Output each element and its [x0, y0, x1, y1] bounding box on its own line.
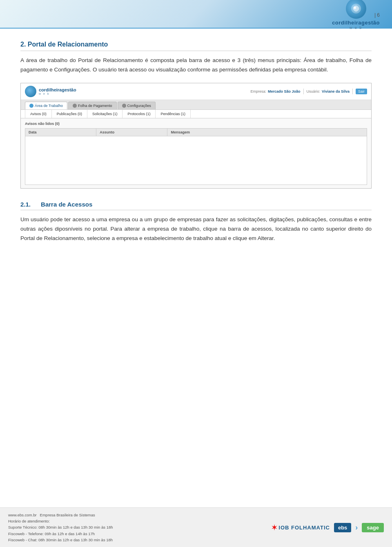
configuracoes-icon — [122, 104, 126, 108]
table-header-data: Data — [25, 129, 96, 136]
logo-circle-icon — [346, 0, 366, 19]
portal-logo-icon — [25, 86, 36, 97]
ebs-logo: ebs — [334, 523, 351, 532]
section21-paragraph: Um usuário pode ter acesso a uma empresa… — [20, 215, 372, 243]
sub-tab-publicacoes[interactable]: Publicações (0) — [52, 110, 87, 118]
nav-tab-area-trabalho[interactable]: Área de Trabalho — [25, 102, 67, 109]
svg-point-1 — [354, 7, 356, 9]
portal-brand: cordilheiragestão — [39, 87, 76, 92]
sair-button[interactable]: Sair — [356, 89, 367, 94]
main-content: 2. Portal de Relacionamento A área de tr… — [0, 29, 392, 291]
portal-logo: cordilheiragestão w e b — [25, 86, 76, 97]
sub-tab-pendencias[interactable]: Pendências (1) — [156, 110, 191, 118]
sage-logo: sage — [362, 523, 384, 532]
area-trabalho-icon — [29, 104, 33, 108]
sub-tab-solicitacoes[interactable]: Solicitações (1) — [87, 110, 123, 118]
header-divider — [303, 89, 304, 94]
nav-tab-label-1: Folha de Pagamento — [78, 104, 112, 108]
logo-sub-text: w e b — [350, 26, 363, 30]
chevron-right-icon: › — [355, 523, 358, 532]
portal-table-header: Data Assunto Mensagem — [25, 128, 367, 136]
avisos-section-title: Avisos não lidos (0) — [25, 122, 367, 126]
usuario-value: Viviane da Silva — [322, 89, 350, 93]
footer-website-url: www.ebs.com.br — [8, 513, 37, 517]
portal-logo-text: cordilheiragestão w e b — [39, 87, 76, 95]
portal-nav: Área de Trabalho Folha de Pagamento Conf… — [21, 100, 371, 110]
footer-logos: ✶ IOB FOLHAMATIC ebs › sage — [272, 523, 384, 532]
portal-brand-sub: w e b — [39, 92, 76, 95]
nav-tab-folha-pagamento[interactable]: Folha de Pagamento — [68, 102, 117, 109]
footer-website: www.ebs.com.br Empresa Brasileira de Sis… — [8, 512, 113, 518]
header-logo: cordilheiragestão w e b — [332, 0, 380, 30]
page-number: | 6 — [374, 12, 380, 18]
portal-table-body — [25, 136, 367, 185]
portal-content-area: Avisos não lidos (0) Data Assunto Mensag… — [21, 118, 371, 188]
section2-heading: 2. Portal de Relacionamento — [20, 41, 372, 51]
section2-paragraph1: A área de trabalho do Portal de Relacion… — [20, 56, 372, 75]
folha-pagamento-icon — [73, 104, 77, 108]
section2-title: Portal de Relacionamento — [28, 41, 108, 48]
footer-contact-info: www.ebs.com.br Empresa Brasileira de Sis… — [8, 512, 113, 543]
section21-title: Barra de Acessos — [41, 201, 92, 208]
iob-logo: ✶ IOB FOLHAMATIC — [272, 524, 330, 531]
portal-mockup-header: cordilheiragestão w e b Empresa: Mercado… — [21, 83, 371, 100]
logo-brand-text: cordilheiragestão — [332, 20, 380, 26]
page-footer: www.ebs.com.br Empresa Brasileira de Sis… — [0, 507, 392, 547]
footer-fiscoweb-tel: Fiscoweb - Telefone: 09h às 12h e das 14… — [8, 531, 113, 537]
section2-number: 2. — [20, 41, 26, 48]
section21-heading: 2.1. Barra de Acessos — [20, 201, 372, 210]
empresa-value: Mercado São João — [268, 89, 301, 93]
usuario-label: Usuário: — [307, 89, 321, 93]
iob-text: IOB FOLHAMATIC — [278, 525, 330, 531]
nav-tab-label-2: Configurações — [127, 104, 151, 108]
table-header-mensagem: Mensagem — [167, 129, 367, 136]
empresa-label: Empresa: — [251, 89, 267, 93]
footer-fiscoweb-chat: Fiscoweb - Chat: 08h 30min às 12h e das … — [8, 537, 113, 543]
nav-tab-configuracoes[interactable]: Configurações — [118, 102, 156, 109]
sub-tab-protocolos[interactable]: Protocolos (1) — [122, 110, 156, 118]
header-divider2 — [352, 89, 353, 94]
footer-suporte: Suporte Técnico: 08h 30min às 12h e das … — [8, 524, 113, 530]
iob-star-icon: ✶ — [272, 524, 277, 531]
portal-mockup: cordilheiragestão w e b Empresa: Mercado… — [20, 83, 372, 189]
section21-number: 2.1. — [20, 201, 31, 208]
sub-tab-avisos[interactable]: Avisos (0) — [25, 110, 52, 118]
table-header-assunto: Assunto — [96, 129, 167, 136]
nav-tab-label-0: Área de Trabalho — [35, 104, 63, 108]
portal-header-right: Empresa: Mercado São João Usuário: Vivia… — [251, 89, 367, 94]
portal-sub-tabs: Avisos (0) Publicações (0) Solicitações … — [21, 110, 371, 118]
header-bar: cordilheiragestão w e b — [0, 0, 392, 29]
footer-horario-label: Horário de atendimento: — [8, 518, 113, 524]
footer-company-name: Empresa Brasileira de Sistemas — [40, 513, 95, 517]
